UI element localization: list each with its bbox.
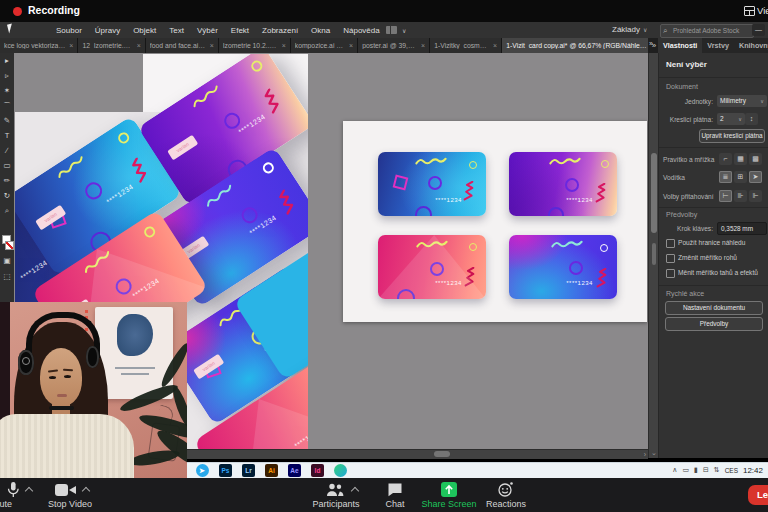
tab-document-4[interactable]: Izometrie 10.2..ai ...×: [219, 38, 291, 53]
messenger-icon[interactable]: [334, 464, 347, 477]
mute-options-chevron-icon[interactable]: [25, 487, 33, 495]
checkbox-scale-strokes[interactable]: [666, 269, 675, 278]
show-guides-icon[interactable]: ≣: [719, 171, 732, 183]
chat-button[interactable]: Chat: [375, 499, 415, 509]
panel-scrollbar-thumb[interactable]: [652, 243, 656, 265]
tab-knihovny[interactable]: Knihovny: [734, 38, 768, 53]
keyboard-language[interactable]: CES: [725, 467, 738, 474]
close-icon[interactable]: ×: [137, 42, 141, 49]
artboard-options-icon[interactable]: ↕: [745, 113, 758, 125]
menu-soubor[interactable]: Soubor: [56, 26, 82, 35]
mute-button[interactable]: Mute: [0, 499, 12, 509]
snap-to-grid-icon[interactable]: ⊪: [734, 190, 747, 202]
close-icon[interactable]: ×: [282, 42, 286, 49]
menu-zobrazeni[interactable]: Zobrazení: [262, 26, 298, 35]
scroll-down-arrow-icon[interactable]: ⌄: [651, 449, 657, 457]
close-icon[interactable]: ×: [69, 42, 73, 49]
menu-text[interactable]: Text: [169, 26, 184, 35]
tray-chevron-icon[interactable]: ∧: [672, 466, 677, 474]
chat-icon[interactable]: [387, 482, 403, 497]
magic-wand-tool[interactable]: ✶: [0, 83, 14, 98]
artboard-2[interactable]: ****1234 ****1234 ****1234: [343, 121, 647, 322]
after-effects-icon[interactable]: Ae: [288, 464, 301, 477]
horizontal-scrollbar-thumb[interactable]: [434, 451, 450, 457]
draw-mode-tool[interactable]: ▣: [0, 253, 14, 268]
menu-vyber[interactable]: Výběr: [197, 26, 218, 35]
units-select[interactable]: ∨Milimetry: [717, 95, 767, 107]
tab-document-2[interactable]: 12_Izometrie.ai @ ...×: [78, 38, 145, 53]
reactions-button[interactable]: Reactions: [478, 499, 534, 509]
checkbox-preview-bounds[interactable]: [666, 239, 675, 248]
direct-selection-tool[interactable]: ▹: [0, 68, 14, 83]
workspace-switcher[interactable]: Základy∨: [612, 25, 647, 34]
participants-button[interactable]: Participants: [305, 499, 367, 509]
close-icon[interactable]: ×: [349, 42, 353, 49]
menu-objekt[interactable]: Objekt: [133, 26, 156, 35]
participants-icon[interactable]: [326, 482, 344, 497]
scroll-right-arrow-icon[interactable]: ›: [644, 450, 646, 459]
type-tool[interactable]: T: [0, 128, 14, 143]
artboards-select[interactable]: ∨2: [717, 113, 745, 125]
adobe-stock-search-input[interactable]: ⌕ Prohledat Adobe Stock: [660, 24, 754, 38]
tab-document-5[interactable]: kompozice.ai @ 39...×: [291, 38, 358, 53]
snap-to-point-icon[interactable]: ⊢: [719, 190, 732, 202]
tab-vrstvy[interactable]: Vrstvy: [702, 38, 734, 53]
menu-efekt[interactable]: Efekt: [231, 26, 249, 35]
card-design-pink[interactable]: ****1234: [378, 235, 486, 299]
share-screen-icon[interactable]: [441, 482, 457, 497]
reactions-icon[interactable]: [497, 481, 514, 498]
close-icon[interactable]: ×: [210, 42, 214, 49]
checkbox-scale-corners[interactable]: [666, 254, 675, 263]
clock[interactable]: 12:42: [743, 466, 763, 475]
edit-artboards-button[interactable]: Upravit kreslicí plátna: [699, 129, 765, 143]
key-step-input[interactable]: 0,3528 mm: [717, 222, 767, 235]
line-tool[interactable]: ∕: [0, 143, 14, 158]
snap-guides-icon[interactable]: ➤: [749, 171, 762, 183]
system-tray[interactable]: ∧ ▭ ▮ ⊟ ⇅ CES: [672, 466, 738, 474]
vertical-scrollbar-thumb[interactable]: [651, 153, 657, 233]
menu-upravy[interactable]: Úpravy: [95, 26, 120, 35]
close-icon[interactable]: ×: [493, 42, 497, 49]
camera-icon[interactable]: [54, 483, 77, 497]
tray-ime-icon[interactable]: ▮: [694, 466, 698, 474]
indesign-icon[interactable]: Id: [311, 464, 324, 477]
leave-button[interactable]: Leave: [748, 485, 768, 505]
selection-tool[interactable]: ▸: [0, 53, 14, 68]
telegram-icon[interactable]: ➤: [196, 464, 209, 477]
ruler-icon[interactable]: ⌐: [719, 153, 732, 165]
preferences-button[interactable]: Předvolby: [665, 317, 763, 331]
lasso-tool[interactable]: ⌒: [0, 98, 14, 113]
microphone-icon[interactable]: [5, 481, 21, 498]
rotate-tool[interactable]: ↻: [0, 188, 14, 203]
pen-tool[interactable]: ✎: [0, 113, 14, 128]
view-button[interactable]: View: [744, 2, 768, 20]
webcam-video[interactable]: [0, 302, 187, 478]
card-design-blue[interactable]: ****1234: [378, 152, 486, 216]
illustrator-icon[interactable]: Ai: [265, 464, 278, 477]
tab-document-3[interactable]: food and face.ai @...×: [146, 38, 219, 53]
share-screen-button[interactable]: Share Screen: [416, 499, 482, 509]
tab-vlastnosti[interactable]: Vlastnosti: [658, 38, 702, 53]
tray-volume-icon[interactable]: ⇅: [714, 466, 720, 474]
menu-napoveda[interactable]: Nápověda: [343, 26, 379, 35]
video-options-chevron-icon[interactable]: [82, 487, 90, 495]
arrange-documents-icon[interactable]: [386, 26, 397, 34]
lightroom-icon[interactable]: Lr: [242, 464, 255, 477]
transparency-grid-icon[interactable]: ▩: [749, 153, 762, 165]
grid-icon[interactable]: ▦: [734, 153, 747, 165]
tab-document-7[interactable]: 1-Vizitky_cosmos.ai×: [430, 38, 502, 53]
menu-okna[interactable]: Okna: [311, 26, 330, 35]
screen-mode-tool[interactable]: ⬚: [0, 269, 14, 284]
zoom-tool[interactable]: ⌕: [0, 203, 14, 218]
card-design-blue-purple[interactable]: ****1234: [509, 235, 617, 299]
close-icon[interactable]: ×: [421, 42, 425, 49]
document-setup-button[interactable]: Nastavení dokumentu: [665, 301, 763, 315]
participants-chevron-icon[interactable]: [351, 487, 359, 495]
stop-video-button[interactable]: Stop Video: [40, 499, 100, 509]
card-design-purple[interactable]: ****1234: [509, 152, 617, 216]
lock-guides-icon[interactable]: ⊞: [734, 171, 747, 183]
paintbrush-tool[interactable]: ✏: [0, 173, 14, 188]
photoshop-icon[interactable]: Ps: [219, 464, 232, 477]
minimize-button[interactable]: —: [752, 24, 765, 36]
panel-collapse-button[interactable]: »: [649, 40, 653, 47]
